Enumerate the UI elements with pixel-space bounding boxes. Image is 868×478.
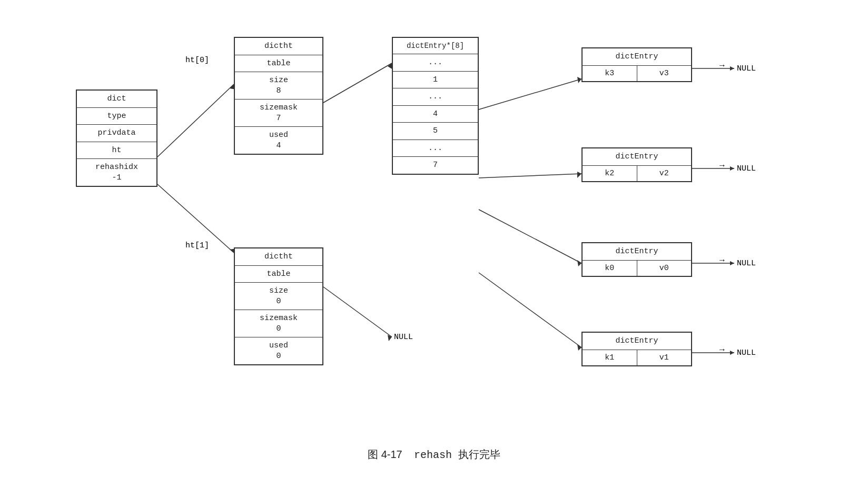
dictentry-2-v: v0 (637, 261, 692, 276)
svg-line-8 (479, 79, 581, 109)
diagram-container: dict type privdata ht rehashidx-1 ht[0] … (0, 0, 868, 478)
dict-cell-privdata: privdata (77, 125, 156, 142)
dictentry-1-kv: k2 v2 (583, 166, 691, 181)
dict-box: dict type privdata ht rehashidx-1 (76, 89, 157, 187)
dictht1-cell-sizemask: sizemask0 (235, 310, 322, 337)
diagram-main: dict type privdata ht rehashidx-1 ht[0] … (65, 21, 803, 432)
svg-line-14 (479, 273, 581, 347)
svg-marker-7 (388, 335, 392, 341)
dictht0-cell-used: used4 (235, 127, 322, 154)
array-cell-5: ... (393, 140, 478, 157)
dictentry-3-v: v1 (637, 350, 692, 365)
null-arrow-0: → (719, 61, 725, 71)
svg-line-0 (157, 84, 234, 157)
ht0-label: ht[0] (185, 56, 209, 65)
svg-line-10 (479, 174, 581, 178)
svg-marker-9 (577, 77, 581, 83)
dictht1-box: dictht table size0 sizemask0 used0 (234, 247, 323, 365)
ht1-label: ht[1] (185, 241, 209, 250)
dictht1-cell-table: table (235, 266, 322, 283)
svg-marker-23 (730, 351, 734, 355)
dictentry-1-k: k2 (583, 166, 637, 181)
dict-cell-ht: ht (77, 142, 156, 160)
caption-text: rehash 执行完毕 (414, 449, 500, 461)
caption-figure: 图 4-17 (368, 449, 402, 460)
dictentry-2-k: k0 (583, 261, 637, 276)
dictht1-cell-title: dictht (235, 248, 322, 266)
dictentry-3-title: dictEntry (583, 333, 691, 350)
null-arrow-1: → (719, 161, 725, 171)
null-entry-2: NULL (737, 259, 756, 268)
dictentry-1-box: dictEntry k2 v2 (581, 147, 692, 182)
null-entry-0: NULL (737, 64, 756, 73)
dictentry-2-kv: k0 v0 (583, 261, 691, 276)
dictentry-1-v: v2 (637, 166, 692, 181)
null-arrow-2: → (719, 256, 725, 265)
dict-cell-rehashidx: rehashidx-1 (77, 159, 156, 186)
dictentry-2-title: dictEntry (583, 243, 691, 261)
svg-marker-15 (577, 344, 581, 351)
dictht0-cell-title: dictht (235, 38, 322, 55)
array-label-cell: dictEntry*[8] (393, 38, 478, 54)
dictentry-0-kv: k3 v3 (583, 66, 691, 81)
svg-line-12 (479, 210, 581, 263)
dict-cell-type: type (77, 108, 156, 125)
array-cell-3: 4 (393, 106, 478, 123)
svg-marker-11 (577, 172, 581, 178)
array-box: dictEntry*[8] ... 1 ... 4 5 ... 7 (392, 37, 479, 175)
svg-marker-13 (577, 260, 581, 266)
svg-marker-21 (730, 261, 734, 265)
svg-marker-17 (730, 66, 734, 71)
dictht0-cell-size: size8 (235, 72, 322, 99)
null-entry-3: NULL (737, 348, 756, 357)
dict-cell-dict: dict (77, 91, 156, 108)
caption: 图 4-17 rehash 执行完毕 (368, 447, 500, 462)
dictentry-2-box: dictEntry k0 v0 (581, 242, 692, 277)
svg-marker-19 (730, 166, 734, 171)
null-entry-1: NULL (737, 164, 756, 173)
dictht0-cell-sizemask: sizemask7 (235, 99, 322, 127)
null-label-ht1: NULL (394, 333, 413, 342)
dictht0-cell-table: table (235, 55, 322, 73)
dictentry-3-k: k1 (583, 350, 637, 365)
null-arrow-3: → (719, 345, 725, 355)
dictentry-3-kv: k1 v1 (583, 350, 691, 365)
svg-line-4 (323, 63, 392, 103)
array-cell-0: ... (393, 54, 478, 72)
dictht0-box: dictht table size8 sizemask7 used4 (234, 37, 323, 155)
array-cell-4: 5 (393, 123, 478, 140)
dictentry-0-title: dictEntry (583, 48, 691, 66)
dictht1-cell-used: used0 (235, 337, 322, 364)
dictentry-3-box: dictEntry k1 v1 (581, 332, 692, 366)
svg-line-6 (323, 287, 392, 337)
dictht1-cell-size: size0 (235, 283, 322, 310)
array-cell-1: 1 (393, 72, 478, 89)
dictentry-0-v: v3 (637, 66, 692, 81)
dictentry-1-title: dictEntry (583, 148, 691, 166)
array-cell-2: ... (393, 88, 478, 106)
array-cell-6: 7 (393, 157, 478, 174)
dictentry-0-box: dictEntry k3 v3 (581, 47, 692, 82)
dictentry-0-k: k3 (583, 66, 637, 81)
